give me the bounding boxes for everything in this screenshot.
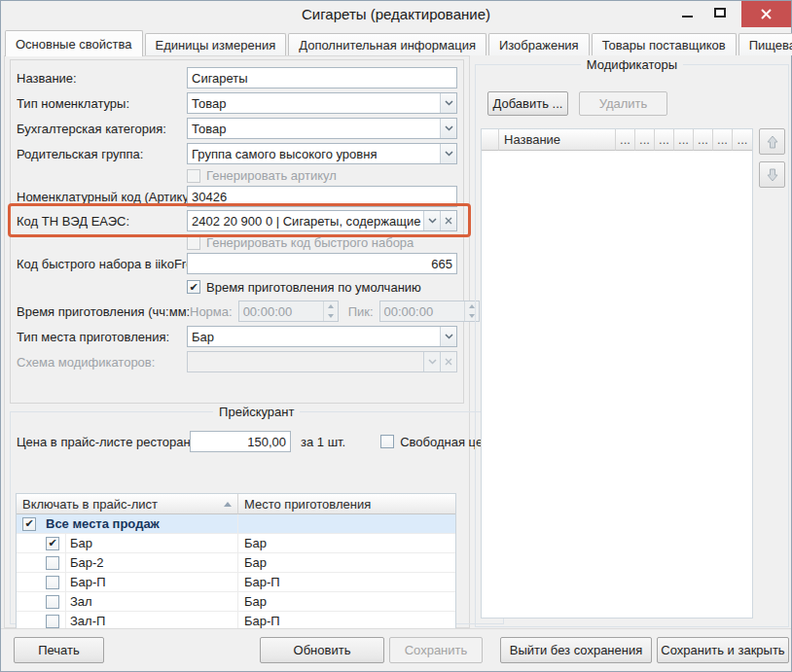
row-checkbox[interactable] <box>46 576 59 589</box>
modifier-scheme-row: Схема модификаторов: <box>17 349 457 374</box>
print-button[interactable]: Печать <box>14 637 104 663</box>
nomenclature-type-row: Тип номенклатуры: Товар <box>17 90 457 116</box>
chevron-down-icon[interactable] <box>440 93 456 113</box>
norm-time-value: 00:00:00 <box>239 301 323 321</box>
peak-label: Пик: <box>348 304 374 319</box>
peak-time-spinner[interactable]: 00:00:00 <box>379 301 480 322</box>
modifier-scheme-select[interactable] <box>187 351 457 372</box>
modifier-selector-column <box>482 129 499 151</box>
price-table-header: Включать в прайс-лист Место приготовлени… <box>17 494 455 514</box>
peak-time-value: 00:00:00 <box>380 301 464 321</box>
cooking-place-type-value: Бар <box>188 327 440 346</box>
sort-ascending-icon <box>224 502 232 507</box>
row-checkbox[interactable] <box>22 517 36 531</box>
tab-additional-info[interactable]: Дополнительная информация <box>288 33 486 55</box>
clear-icon[interactable] <box>440 211 456 230</box>
modifier-extra-column[interactable]: ... <box>694 129 713 151</box>
generate-quick-code-label: Генерировать код быстрого набора <box>206 235 414 250</box>
maximize-button[interactable] <box>705 1 735 24</box>
modifier-reorder-buttons <box>759 128 785 195</box>
close-icon <box>760 8 773 20</box>
price-input[interactable] <box>190 431 291 452</box>
chevron-down-icon[interactable] <box>423 211 440 230</box>
cooking-place-type-label: Тип места приготовления: <box>17 330 187 344</box>
minimize-icon <box>682 16 693 18</box>
row-place <box>238 514 455 533</box>
modifier-extra-column[interactable]: ... <box>713 129 733 151</box>
generate-sku-checkbox[interactable] <box>187 169 200 183</box>
save-and-close-button[interactable]: Сохранить и закрыть <box>657 637 789 663</box>
nomenclature-type-select[interactable]: Товар <box>187 92 457 114</box>
quick-code-input[interactable] <box>187 253 457 274</box>
tab-images[interactable]: Изображения <box>488 33 590 55</box>
move-up-button[interactable] <box>759 128 785 155</box>
spinner-buttons[interactable] <box>323 301 338 321</box>
modifier-extra-column[interactable]: ... <box>674 129 694 151</box>
cooking-place-type-select[interactable]: Бар <box>187 326 457 347</box>
free-price-checkbox[interactable] <box>380 435 394 448</box>
tab-general[interactable]: Основные свойства <box>5 30 143 56</box>
column-header-include[interactable]: Включать в прайс-лист <box>17 494 238 514</box>
tnved-select[interactable]: 2402 20 900 0 | Сигареты, содержащие таб… <box>187 210 457 231</box>
table-row-bar-p[interactable]: Бар-П Бар-П <box>17 573 455 592</box>
unit-label: за 1 шт. <box>301 435 345 449</box>
table-row-zal[interactable]: Зал Бар <box>17 592 455 612</box>
spinner-up-icon[interactable] <box>324 301 338 311</box>
column-header-place[interactable]: Место приготовления <box>238 494 455 514</box>
modifier-extra-column[interactable]: ... <box>616 129 635 151</box>
row-name: Все места продаж <box>42 514 237 533</box>
parent-group-row: Родительская группа: Группа самого высок… <box>17 141 457 166</box>
modifier-extra-column[interactable]: ... <box>635 129 655 151</box>
quick-code-row: Код быстрого набора в iikoFront: <box>17 252 457 275</box>
default-cooking-time-checkbox[interactable] <box>187 280 200 294</box>
close-button[interactable] <box>741 1 791 27</box>
tnved-value: 2402 20 900 0 | Сигареты, содержащие таб… <box>188 211 423 230</box>
price-list-group-title: Прейскурант <box>213 405 300 419</box>
price-list-table: Включать в прайс-лист Место приготовлени… <box>16 493 456 632</box>
row-name: Бар <box>65 534 237 552</box>
sku-input[interactable] <box>187 186 457 207</box>
norm-time-spinner[interactable]: 00:00:00 <box>238 301 339 322</box>
tab-nutrition[interactable]: Пищевая ценность <box>738 33 792 55</box>
nomenclature-type-label: Тип номенклатуры: <box>17 96 187 111</box>
delete-modifier-button[interactable]: Удалить <box>579 91 667 116</box>
table-row-all-places[interactable]: Все места продаж <box>17 514 455 534</box>
modifier-extra-column[interactable]: ... <box>655 129 674 151</box>
modifier-extra-column[interactable]: ... <box>733 129 752 151</box>
chevron-down-icon[interactable] <box>440 144 456 163</box>
footer-bar: Печать Обновить Сохранить Выйти без сохр… <box>1 628 791 671</box>
title-bar: Сигареты (редактирование) <box>1 1 791 28</box>
generate-sku-label: Генерировать артикул <box>206 168 337 183</box>
exit-without-saving-button[interactable]: Выйти без сохранения <box>500 637 652 663</box>
modifiers-table: Название ... ... ... ... ... ... ... <box>481 128 753 619</box>
generate-quick-code-checkbox[interactable] <box>187 236 200 250</box>
accounting-category-select[interactable]: Товар <box>187 118 457 139</box>
table-row-bar-2[interactable]: Бар-2 Бар <box>17 553 455 573</box>
row-checkbox[interactable] <box>46 615 59 628</box>
name-label: Название: <box>17 71 187 86</box>
chevron-down-icon[interactable] <box>440 327 456 346</box>
add-modifier-button[interactable]: Добавить ... <box>487 91 568 116</box>
generate-quick-code-row: Генерировать код быстрого набора <box>17 233 457 252</box>
row-name: Зал <box>65 592 237 611</box>
name-input[interactable] <box>187 67 457 88</box>
modifier-name-column[interactable]: Название <box>499 129 616 151</box>
tab-strip: Основные свойства Единицы измерения Допо… <box>1 28 791 55</box>
tab-units[interactable]: Единицы измерения <box>145 33 287 55</box>
save-button[interactable]: Сохранить <box>389 637 483 663</box>
chevron-down-icon[interactable] <box>440 119 456 138</box>
tnved-label: Код ТН ВЭД ЕАЭС: <box>17 214 187 229</box>
row-checkbox[interactable] <box>46 595 59 609</box>
tab-supplier-products[interactable]: Товары поставщиков <box>592 33 737 55</box>
table-row-bar[interactable]: Бар Бар <box>17 534 455 553</box>
generate-sku-row: Генерировать артикул <box>17 166 457 185</box>
row-name: Бар-П <box>65 573 237 591</box>
move-down-button[interactable] <box>759 161 785 188</box>
row-checkbox[interactable] <box>46 556 59 570</box>
minimize-button[interactable] <box>672 1 702 24</box>
parent-group-select[interactable]: Группа самого высокого уровня <box>187 143 457 164</box>
modifiers-group: Модификаторы Добавить ... Удалить Назван… <box>475 57 789 627</box>
refresh-button[interactable]: Обновить <box>260 637 384 663</box>
row-checkbox[interactable] <box>46 537 59 550</box>
spinner-down-icon[interactable] <box>324 311 338 321</box>
